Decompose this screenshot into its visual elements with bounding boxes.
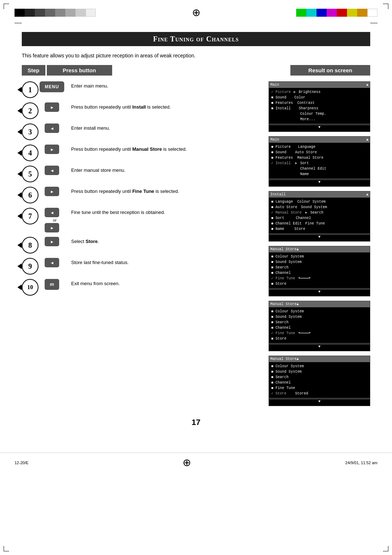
- screen-2-line-3: ■ FeaturesManual Store: [271, 155, 368, 161]
- step-row-8: 8 ▸ Select Store.: [22, 237, 258, 254]
- nav-button-7a[interactable]: ◂: [45, 208, 59, 217]
- screen-2-line-1: ■ PictureLanguage: [271, 144, 368, 150]
- screen-5: Manual Store▲ ■ Colour System ■ Sound Sy…: [269, 301, 370, 351]
- gray-block-2: [25, 9, 35, 17]
- button-container-8: ▸: [42, 237, 68, 246]
- page-subtitle: This feature allows you to adjust pictur…: [22, 53, 370, 58]
- button-container-2: ▸: [42, 102, 68, 112]
- button-container-3: ◂: [42, 123, 68, 133]
- step-row-7: 7 ◂ or ▸ Fine tune until the best recept…: [22, 208, 258, 232]
- step-desc-4: Press button repeatedly until Manual Sto…: [71, 145, 258, 153]
- page-title: Fine Tuning of Channels: [22, 32, 370, 46]
- nav-button-9[interactable]: ◂: [45, 258, 59, 267]
- nav-button-8[interactable]: ▸: [45, 237, 59, 246]
- step-desc-7: Fine tune until the best reception is ob…: [71, 208, 258, 216]
- crosshair-bottom: ⊕: [183, 457, 191, 469]
- screen-1-line-4: ■ InstallSharpness: [271, 106, 368, 111]
- nav-button-5[interactable]: ◂: [45, 166, 59, 175]
- gray-block-1: [15, 9, 25, 17]
- color-yellow: [347, 9, 357, 17]
- screen-6-line-5: ■ Fine Tune: [271, 385, 368, 391]
- step-desc-6: Press button repeatedly until Fine Tune …: [71, 187, 258, 195]
- bold-text-store: Store: [86, 239, 98, 244]
- screen-6-line-2: ■ Sound System: [271, 369, 368, 374]
- step-number-6: 6: [22, 187, 38, 203]
- m-button[interactable]: m: [45, 279, 59, 290]
- nav-button-4[interactable]: ▸: [45, 145, 59, 154]
- step-row-6: 6 ▸ Press button repeatedly until Fine T…: [22, 187, 258, 203]
- screen-2-line-5: Channel Edit: [271, 166, 368, 171]
- step-number-7: 7: [22, 208, 38, 224]
- screen-1-line-6: More...: [271, 117, 368, 122]
- screen-2-line-2: ■ SoundAuto Store: [271, 150, 368, 155]
- corner-mark-tl: [4, 4, 9, 9]
- screen-6-down-arrow: ▼: [271, 398, 368, 404]
- step-desc-2: Press button repeatedly until Install is…: [71, 102, 258, 110]
- button-container-5: ◂: [42, 166, 68, 175]
- screen-1-line-2: ■ SoundColor: [271, 95, 368, 100]
- screen-4-title: Manual Store▲: [269, 246, 370, 252]
- menu-button[interactable]: MENU: [40, 81, 64, 92]
- screen-3-title: Install ▲: [269, 191, 370, 198]
- screen-2-line-6: Name: [271, 171, 368, 177]
- main-content: Fine Tuning of Channels This feature all…: [0, 25, 392, 445]
- screen-1: Main ▲ ✓ Picture▶Brightness ■ SoundColor…: [269, 81, 370, 132]
- footer-left: 12-20/E: [15, 461, 29, 465]
- step-row-10: 10 m Exit menu from screen.: [22, 279, 258, 296]
- step-row-4: 4 ▸ Press button repeatedly until Manual…: [22, 145, 258, 161]
- step-number-1: 1: [22, 81, 38, 98]
- screen-3-line-4: ■ SortChannel: [271, 215, 368, 221]
- page-number: 17: [22, 418, 370, 427]
- step-desc-3: Enter install menu.: [71, 123, 258, 131]
- corner-mark-br: [383, 546, 388, 551]
- step-number-3: 3: [22, 123, 38, 140]
- screen-6-line-6: ✓ Store Stored: [271, 391, 368, 396]
- nav-button-2[interactable]: ▸: [45, 102, 59, 112]
- color-white: [367, 9, 377, 17]
- nav-button-6[interactable]: ▸: [45, 187, 59, 196]
- bold-text-install: Install: [132, 104, 146, 110]
- step-row-1: 1 MENU Enter main menu.: [22, 81, 258, 98]
- color-cyan: [306, 9, 317, 17]
- screen-2-line-4: ✓ Install▶Sort: [271, 161, 368, 166]
- step-number-2: 2: [22, 102, 38, 119]
- step-desc-8: Select Store.: [71, 237, 258, 245]
- step-desc-9: Store last fine-tuned status.: [71, 258, 258, 266]
- content-columns: 1 MENU Enter main menu. 2 ▸ Press button…: [22, 81, 370, 410]
- screens-column: Main ▲ ✓ Picture▶Brightness ■ SoundColor…: [269, 81, 370, 410]
- step-number-4: 4: [22, 145, 38, 161]
- screen-3-down-arrow: ▼: [271, 234, 368, 240]
- screen-5-line-2: ■ Sound System: [271, 314, 368, 320]
- screen-3-line-5: ■ Channel EditFine Tune: [271, 221, 368, 226]
- step-number-8: 8: [22, 237, 38, 254]
- step-row-2: 2 ▸ Press button repeatedly until Instal…: [22, 102, 258, 119]
- screen-2-title: Main ▲: [269, 137, 370, 143]
- step-desc-5: Enter manual store menu.: [71, 166, 258, 174]
- nav-button-7b[interactable]: ▸: [45, 223, 59, 232]
- gray-block-7: [75, 9, 86, 17]
- nav-button-3[interactable]: ◂: [45, 123, 59, 133]
- step-row-5: 5 ◂ Enter manual store menu.: [22, 166, 258, 182]
- color-magenta: [327, 9, 337, 17]
- screen-6-line-4: ■ Channel: [271, 380, 368, 385]
- step-desc-10: Exit menu from screen.: [71, 279, 258, 287]
- screen-1-line-3: ■ FeaturesContrast: [271, 100, 368, 106]
- screen-6: Manual Store▲ ■ Colour System ■ Sound Sy…: [269, 356, 370, 406]
- screen-4-line-1: ■ Colour System: [271, 254, 368, 259]
- button-container-6: ▸: [42, 187, 68, 196]
- press-column-header: Press button: [47, 65, 112, 76]
- screen-4-line-2: ■ Sound System: [271, 259, 368, 265]
- step-number-10: 10: [22, 279, 38, 296]
- color-bar: [296, 9, 377, 17]
- screen-5-line-6: ■ Store: [271, 336, 368, 341]
- corner-mark-bl: [4, 546, 9, 551]
- screen-5-title: Manual Store▲: [269, 301, 370, 307]
- screen-4-down-arrow: ▼: [271, 288, 368, 295]
- screen-5-line-5: ✓ Fine Tune ◀▬▬▬▬▬▬▬▶: [271, 331, 368, 336]
- screen-1-line-5: Colour Temp.: [271, 111, 368, 117]
- result-column-header: Result on screen: [290, 65, 370, 76]
- color-red: [337, 9, 347, 17]
- screen-6-title: Manual Store▲: [269, 356, 370, 362]
- screen-3: Install ▲ ■ LanguageColour System ■ Auto…: [269, 191, 370, 242]
- screen-3-line-3: ✓ Manual Store▶Search: [271, 210, 368, 215]
